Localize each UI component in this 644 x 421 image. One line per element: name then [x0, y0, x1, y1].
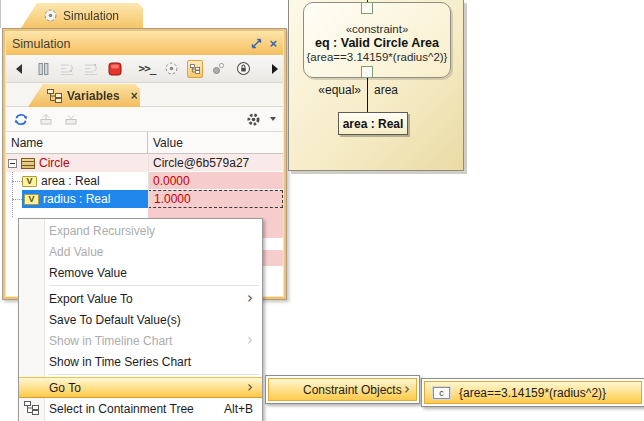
menu-item-show-in-timeline-chart[interactable]: Show in Timeline Chart › — [19, 330, 262, 351]
menu-item-select-in-containment-tree[interactable]: Select in Containment Tree Alt+B — [19, 398, 262, 419]
menu-item-remove-value[interactable]: Remove Value — [19, 262, 262, 283]
breakpoints-icon[interactable] — [211, 60, 227, 78]
simulation-options-icon[interactable] — [163, 60, 179, 78]
submenu-arrow-icon: › — [247, 380, 253, 395]
menu-separator — [49, 285, 259, 286]
block-name: eq : Valid Circle Area — [315, 36, 439, 50]
simulation-toolbar: >>_ — [6, 55, 283, 83]
constraint-object-icon: c — [433, 387, 450, 399]
tree-elbow — [12, 199, 22, 200]
screenshot-root: Simulation Simulation × — [0, 0, 644, 421]
load-default-icon[interactable] — [63, 110, 79, 128]
row-name: area : Real — [41, 174, 100, 188]
constraint-parameter-port[interactable] — [361, 2, 373, 14]
constraint-parameter-port[interactable] — [361, 66, 373, 78]
menu-item-expand-recursively[interactable]: Expand Recursively — [19, 220, 262, 241]
document-tab-simulation[interactable]: Simulation — [21, 3, 143, 28]
step-into-icon[interactable] — [59, 60, 75, 78]
binding-connector[interactable] — [367, 78, 368, 113]
lock-icon[interactable] — [235, 60, 251, 78]
table-row-circle[interactable]: Circle Circle@6b579a27 — [6, 154, 283, 172]
class-icon — [21, 158, 35, 169]
block-stereotype: «constraint» — [346, 23, 409, 35]
block-expression: {area==3.14159*(radius^2)} — [307, 51, 448, 63]
selected-row-highlight[interactable]: V radius : Real — [22, 190, 148, 208]
value-icon: V — [22, 176, 37, 187]
menu-item-add-value[interactable]: Add Value — [19, 241, 262, 262]
refresh-icon[interactable] — [13, 110, 29, 128]
constraint-objects-submenu: c {area==3.14159*(radius^2)} — [421, 378, 644, 407]
menu-item-show-in-time-series-chart[interactable]: Show in Time Series Chart — [19, 351, 262, 372]
float-window-icon[interactable] — [251, 38, 262, 49]
connector-stereotype-label: «equal» — [315, 83, 361, 97]
tab-variables-label: Variables — [67, 89, 120, 103]
tree-elbow — [12, 181, 22, 182]
menu-separator — [49, 374, 259, 375]
variables-tree-icon — [47, 89, 62, 103]
value-icon: V — [24, 194, 39, 205]
table-header: Name Value — [6, 132, 283, 154]
row-name: radius : Real — [43, 192, 110, 206]
document-tab-bar: Simulation — [0, 0, 288, 28]
row-value: 0.0000 — [153, 174, 190, 188]
panel-title: Simulation — [12, 37, 70, 51]
row-name: Circle — [39, 156, 70, 170]
row-value: Circle@6b579a27 — [153, 156, 249, 170]
simulation-icon — [43, 8, 58, 23]
menu-shortcut: Alt+B — [224, 402, 253, 416]
connector-end-label: area — [374, 83, 398, 97]
menu-item-save-to-default-values[interactable]: Save To Default Value(s) — [19, 309, 262, 330]
submenu-item-constraint-expression[interactable]: c {area==3.14159*(radius^2)} — [424, 381, 642, 404]
goto-submenu: Constraint Objects › — [265, 375, 420, 404]
tab-variables[interactable]: Variables × — [28, 84, 140, 107]
options-gear-icon[interactable] — [245, 110, 261, 128]
constraint-block[interactable]: «constraint» eq : Valid Circle Area {are… — [303, 2, 451, 78]
submenu-arrow-icon: › — [247, 291, 253, 306]
row-value: 1.0000 — [154, 192, 191, 206]
menu-item-go-to[interactable]: Go To › — [19, 377, 262, 398]
save-to-default-icon[interactable] — [38, 110, 54, 128]
submenu-arrow-icon: › — [247, 333, 253, 348]
panel-tab-row: Variables × — [6, 83, 283, 107]
panel-title-bar: Simulation × — [6, 32, 283, 55]
gear-dropdown-caret[interactable] — [270, 117, 276, 121]
stop-icon[interactable] — [107, 60, 123, 78]
collapse-expander-icon[interactable] — [8, 159, 17, 168]
column-header-value[interactable]: Value — [148, 132, 283, 153]
document-tab-label: Simulation — [63, 9, 119, 23]
submenu-arrow-icon: › — [404, 382, 410, 397]
table-row-radius[interactable]: V radius : Real 1.0000 — [6, 190, 283, 208]
menu-item-export-value-to[interactable]: Export Value To › — [19, 288, 262, 309]
variables-toolbar — [6, 107, 283, 132]
collapse-left-icon[interactable] — [11, 60, 27, 78]
diagram-canvas[interactable]: «constraint» eq : Valid Circle Area {are… — [288, 0, 464, 171]
overflow-right-icon[interactable] — [267, 60, 283, 78]
submenu-item-constraint-objects[interactable]: Constraint Objects › — [268, 378, 417, 401]
column-header-name[interactable]: Name — [6, 132, 148, 153]
tree-connector-line — [12, 172, 13, 217]
close-tab-icon[interactable]: × — [131, 90, 138, 102]
step-over-icon[interactable] — [83, 60, 99, 78]
close-panel-icon[interactable]: × — [269, 37, 277, 50]
pause-icon[interactable] — [35, 60, 51, 78]
console-icon[interactable]: >>_ — [139, 60, 155, 78]
context-menu: Expand Recursively Add Value Remove Valu… — [18, 218, 263, 421]
containment-tree-icon — [24, 401, 39, 415]
variables-pane-icon[interactable] — [187, 60, 203, 78]
part-property-box[interactable]: area : Real — [338, 112, 408, 135]
table-row-area[interactable]: V area : Real 0.0000 — [6, 172, 283, 190]
